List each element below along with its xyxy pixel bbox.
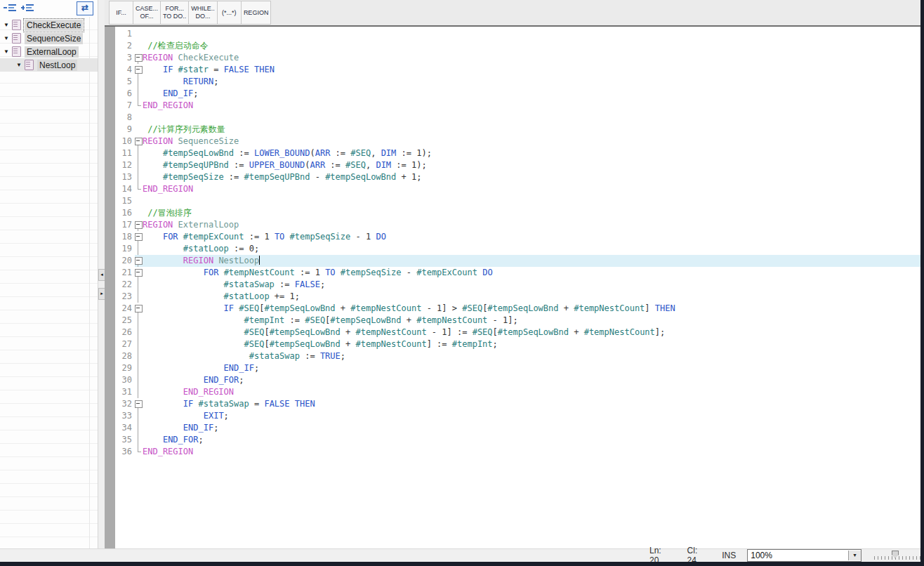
fold-toggle-icon[interactable] xyxy=(135,231,143,243)
collapse-region-icon[interactable] xyxy=(135,305,143,312)
line-number: 32 xyxy=(115,398,135,410)
code-line-15[interactable]: 15 xyxy=(115,195,920,207)
collapse-region-icon[interactable] xyxy=(135,257,143,265)
code-line-25[interactable]: 25 #tempInt := #SEQ[#tempSeqLowBnd + #te… xyxy=(115,315,920,327)
snippet-button-whiledo[interactable]: WHILE..DO... xyxy=(189,1,218,24)
snippet-button-if[interactable]: IF... xyxy=(110,1,133,24)
code-line-29[interactable]: 29 END_IF; xyxy=(115,362,920,374)
collapse-region-icon[interactable] xyxy=(135,233,143,241)
code-line-36[interactable]: 36END_REGION xyxy=(115,446,920,458)
tree-item-label[interactable]: CheckExecute xyxy=(25,20,83,31)
code-line-22[interactable]: 22 #stataSwap := FALSE; xyxy=(115,279,920,291)
zoom-slider[interactable] xyxy=(874,551,920,560)
collapse-region-icon[interactable] xyxy=(135,269,143,277)
code-line-3[interactable]: 3REGION CheckExecute xyxy=(115,52,920,64)
code-line-20[interactable]: 20 REGION NestLoop xyxy=(115,255,920,267)
token-plain: - xyxy=(310,172,325,182)
code-line-10[interactable]: 10REGION SequenceSize xyxy=(115,136,920,147)
code-line-14[interactable]: 14END_REGION xyxy=(115,183,920,195)
code-line-26[interactable]: 26 #SEQ[#tempSeqLowBnd + #tempNestCount … xyxy=(115,327,920,338)
expand-arrow-icon[interactable]: ▼ xyxy=(4,32,9,45)
code-line-35[interactable]: 35 END_FOR; xyxy=(115,434,920,446)
expand-pane-icon[interactable]: ⇄ xyxy=(77,1,93,15)
tree-item-label[interactable]: NestLoop xyxy=(37,60,77,71)
code-line-16[interactable]: 16 //冒泡排序 xyxy=(115,207,920,219)
code-line-9[interactable]: 9 //计算序列元素数量 xyxy=(115,124,920,136)
fold-toggle-icon[interactable] xyxy=(135,267,143,279)
snippet-button-fortodo[interactable]: FOR...TO DO.. xyxy=(161,1,189,24)
code-line-17[interactable]: 17REGION ExternalLoop xyxy=(115,219,920,231)
code-line-2[interactable]: 2 //检查启动命令 xyxy=(115,40,920,52)
sidebar-item-CheckExecute[interactable]: ▼CheckExecute xyxy=(0,18,98,32)
code-line-33[interactable]: 33 EXIT; xyxy=(115,410,920,422)
token-plain: , xyxy=(366,160,376,170)
code-line-30[interactable]: 30 END_FOR; xyxy=(115,374,920,386)
code-line-8[interactable]: 8 xyxy=(115,112,920,124)
collapse-all-icon[interactable] xyxy=(4,3,18,14)
code-line-11[interactable]: 11 #tempSeqLowBnd := LOWER_BOUND(ARR := … xyxy=(115,147,920,159)
code-line-13[interactable]: 13 #tempSeqSize := #tempSeqUPBnd - #temp… xyxy=(115,171,920,183)
sidebar-item-SequenceSize[interactable]: ▼SequenceSize xyxy=(0,32,98,45)
token-plain: ; xyxy=(198,435,203,445)
code-line-18[interactable]: 18 FOR #tempExCount := 1 TO #tempSeqSize… xyxy=(115,231,920,243)
snippet-button-region[interactable]: REGION xyxy=(242,1,271,24)
fold-guide xyxy=(135,315,143,327)
tree-item-label[interactable]: ExternalLoop xyxy=(25,46,79,58)
fold-toggle-icon[interactable] xyxy=(135,255,143,267)
code-line-19[interactable]: 19 #statLoop := 0; xyxy=(115,243,920,255)
collapse-region-icon[interactable] xyxy=(135,54,143,62)
expand-arrow-icon[interactable]: ▼ xyxy=(4,18,9,32)
fold-toggle-icon[interactable] xyxy=(135,303,143,315)
code-line-4[interactable]: 4 IF #statr = FALSE THEN xyxy=(115,64,920,76)
token-kw: IF xyxy=(163,65,173,74)
collapse-region-icon[interactable] xyxy=(135,138,143,145)
code-line-12[interactable]: 12 #tempSeqUPBnd := UPPER_BOUND(ARR := #… xyxy=(115,159,920,171)
token-var: #tempNestCount xyxy=(355,327,426,337)
code-line-23[interactable]: 23 #statLoop += 1; xyxy=(115,291,920,303)
chevron-down-icon[interactable]: ▼ xyxy=(848,551,861,560)
fold-guide xyxy=(135,76,143,88)
collapse-region-icon[interactable] xyxy=(135,66,143,74)
token-plain xyxy=(284,232,289,242)
code-line-28[interactable]: 28 #stataSwap := TRUE; xyxy=(115,350,920,362)
snippet-button-[interactable]: (*...*) xyxy=(218,1,242,24)
fold-toggle-icon[interactable] xyxy=(135,52,143,64)
line-number: 8 xyxy=(115,112,135,124)
collapse-region-icon[interactable] xyxy=(135,221,143,229)
code-line-24[interactable]: 24 IF #SEQ[#tempSeqLowBnd + #tempNestCou… xyxy=(115,303,920,315)
token-plain: + xyxy=(341,327,356,337)
code-line-31[interactable]: 31 END_REGION xyxy=(115,386,920,398)
tree-item-label[interactable]: SequenceSize xyxy=(25,33,83,44)
code-line-5[interactable]: 5 RETURN; xyxy=(115,76,920,88)
sidebar-item-ExternalLoop[interactable]: ▼ExternalLoop xyxy=(0,45,98,58)
snippet-button-caseof[interactable]: CASE...OF... xyxy=(133,1,161,24)
expand-arrow-icon[interactable]: ▼ xyxy=(16,58,22,72)
fold-guide xyxy=(135,207,143,219)
token-plain xyxy=(178,232,183,242)
expand-all-icon[interactable] xyxy=(21,3,35,14)
token-plain: := xyxy=(229,160,249,170)
sidebar-item-NestLoop[interactable]: ▼NestLoop xyxy=(0,58,98,72)
expand-arrow-icon[interactable]: ▼ xyxy=(4,45,9,58)
code-line-21[interactable]: 21 FOR #tempNestCount := 1 TO #tempSeqSi… xyxy=(115,267,920,279)
zoom-dropdown[interactable]: 100% ▼ xyxy=(747,549,862,562)
fold-toggle-icon[interactable] xyxy=(135,219,143,231)
editor-body[interactable]: 12 //检查启动命令3REGION CheckExecute4 IF #sta… xyxy=(105,27,920,549)
token-plain: [ xyxy=(493,327,498,337)
code-line-34[interactable]: 34 END_IF; xyxy=(115,422,920,434)
code-area[interactable]: 12 //检查启动命令3REGION CheckExecute4 IF #sta… xyxy=(115,28,920,549)
collapse-region-icon[interactable] xyxy=(135,400,143,408)
code-line-1[interactable]: 1 xyxy=(115,28,920,40)
code-line-32[interactable]: 32 IF #stataSwap = FALSE THEN xyxy=(115,398,920,410)
fold-guide xyxy=(135,362,143,374)
fold-toggle-icon[interactable] xyxy=(135,136,143,147)
code-line-27[interactable]: 27 #SEQ[#tempSeqLowBnd + #tempNestCount]… xyxy=(115,338,920,350)
code-line-6[interactable]: 6 END_IF; xyxy=(115,88,920,100)
token-plain xyxy=(143,65,163,74)
line-number: 12 xyxy=(115,159,135,171)
token-plain: ; xyxy=(239,375,244,385)
fold-toggle-icon[interactable] xyxy=(135,64,143,76)
fold-guide xyxy=(135,40,143,52)
fold-toggle-icon[interactable] xyxy=(135,398,143,410)
code-line-7[interactable]: 7END_REGION xyxy=(115,100,920,112)
